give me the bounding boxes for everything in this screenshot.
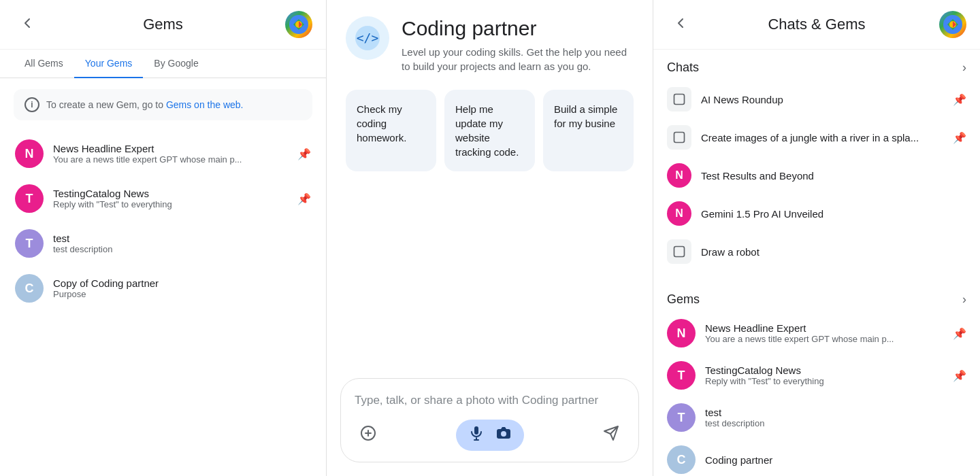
right-gem-info: News Headline Expert You are a news titl…	[705, 322, 943, 344]
suggestion-card-build[interactable]: Build a simple for my busine	[543, 90, 634, 171]
svg-rect-12	[674, 247, 685, 257]
gem-info: test test description	[53, 233, 311, 254]
gem-info: TestingCatalog News Reply with "Test" to…	[53, 188, 288, 209]
svg-rect-5	[474, 426, 478, 435]
left-header: Gems	[0, 0, 326, 50]
chat-item-ai-news[interactable]: AI News Roundup 📌	[653, 80, 980, 118]
chat-item-test-results[interactable]: N Test Results and Beyond	[653, 156, 980, 194]
mic-button[interactable]	[468, 425, 485, 445]
gem-info: Copy of Coding partner Purpose	[53, 277, 311, 299]
right-gem-name: test	[705, 407, 966, 418]
chats-section-title: Chats	[667, 61, 699, 75]
gem-item-test[interactable]: T test test description	[5, 221, 321, 266]
mic-camera-group	[456, 420, 524, 451]
right-gem-name: Coding partner	[705, 454, 966, 466]
suggestion-cards: Check my coding homework.Help me update …	[327, 84, 653, 182]
chat-item-label: AI News Roundup	[701, 94, 943, 105]
chat-item-label: Draw a robot	[701, 246, 966, 258]
coding-title: Coding partner	[402, 16, 634, 41]
right-gem-item-coding-partner[interactable]: C Coding partner	[653, 439, 980, 476]
gem-avatar: C	[15, 274, 44, 303]
right-gem-item-test[interactable]: T test test description	[653, 396, 980, 439]
gem-avatar: N	[15, 139, 44, 168]
gem-item-copy-coding[interactable]: C Copy of Coding partner Purpose	[5, 266, 321, 311]
gem-item-testingcatalog[interactable]: T TestingCatalog News Reply with "Test" …	[5, 176, 321, 221]
coding-subtitle: Level up your coding skills. Get the hel…	[402, 45, 634, 73]
info-text: To create a new Gem, go to Gems on the w…	[46, 99, 244, 110]
right-avatar[interactable]	[939, 11, 966, 38]
gem-desc: Reply with "Test" to everything	[53, 199, 288, 209]
gem-desc: You are a news title expert GPT whose ma…	[53, 154, 288, 165]
right-header: Chats & Gems	[653, 0, 980, 50]
tab-by-google[interactable]: By Google	[143, 50, 209, 78]
chat-default-icon	[667, 87, 691, 112]
chat-input-area: Type, talk, or share a photo with Coding…	[340, 378, 639, 462]
right-gem-item-news-headline[interactable]: N News Headline Expert You are a news ti…	[653, 312, 980, 354]
gem-name: TestingCatalog News	[53, 188, 288, 199]
gem-name: News Headline Expert	[53, 143, 288, 154]
right-gem-avatar: T	[667, 403, 696, 432]
right-gem-desc: Reply with "Test" to everything	[705, 376, 943, 386]
left-panel: Gems All Gems Your Gems By Google i To c…	[0, 0, 327, 476]
camera-button[interactable]	[495, 425, 512, 445]
right-panel-title: Chats & Gems	[768, 16, 865, 33]
coding-info: Coding partner Level up your coding skil…	[402, 16, 634, 73]
right-gem-desc: test description	[705, 418, 966, 428]
gems-web-link[interactable]: Gems on the web.	[166, 99, 244, 110]
suggestion-card-homework[interactable]: Check my coding homework.	[346, 90, 436, 171]
chat-item-label: Gemini 1.5 Pro AI Unveiled	[701, 208, 966, 220]
gems-section-title: Gems	[667, 292, 700, 307]
gem-info: News Headline Expert You are a news titl…	[53, 143, 288, 165]
gem-list: N News Headline Expert You are a news ti…	[0, 131, 326, 311]
chat-avatar-icon: N	[667, 201, 691, 226]
tab-your-gems[interactable]: Your Gems	[74, 50, 144, 78]
right-gem-item-testingcatalog[interactable]: T TestingCatalog News Reply with "Test" …	[653, 354, 980, 396]
gem-desc: Purpose	[53, 289, 311, 299]
chat-default-icon	[667, 125, 691, 150]
pin-icon: 📌	[297, 192, 311, 205]
coding-header: </> Coding partner Level up your coding …	[327, 0, 653, 84]
gem-avatar: T	[15, 184, 44, 213]
chat-toolbar	[355, 420, 625, 451]
chat-pin-icon: 📌	[953, 93, 966, 106]
tabs-bar: All Gems Your Gems By Google	[0, 50, 326, 78]
send-button[interactable]	[598, 421, 625, 449]
back-button[interactable]	[14, 12, 41, 37]
right-back-button[interactable]	[667, 12, 694, 37]
coding-gem-icon: </>	[346, 16, 389, 60]
svg-rect-10	[674, 95, 685, 105]
svg-text:</>: </>	[357, 31, 379, 45]
right-gem-info: Coding partner	[705, 454, 966, 466]
middle-panel: </> Coding partner Level up your coding …	[327, 0, 653, 476]
chats-section-header: Chats ›	[653, 50, 980, 80]
svg-point-7	[501, 431, 506, 437]
right-pin-icon: 📌	[953, 369, 966, 382]
pin-icon: 📌	[297, 148, 311, 160]
chat-item-jungle[interactable]: Create images of a jungle with a river i…	[653, 118, 980, 156]
right-gem-desc: You are a news title expert GPT whose ma…	[705, 334, 943, 344]
chat-item-gemini[interactable]: N Gemini 1.5 Pro AI Unveiled	[653, 194, 980, 233]
suggestion-card-website[interactable]: Help me update my website tracking code.	[444, 90, 535, 171]
svg-rect-11	[674, 133, 685, 143]
gem-name: test	[53, 233, 311, 244]
gems-chevron-icon[interactable]: ›	[962, 292, 966, 307]
tab-all-gems[interactable]: All Gems	[14, 50, 74, 78]
right-pin-icon: 📌	[953, 327, 966, 340]
chat-pin-icon: 📌	[953, 131, 966, 144]
chats-chevron-icon[interactable]: ›	[962, 61, 966, 75]
right-gem-info: test test description	[705, 407, 966, 428]
add-button[interactable]	[355, 421, 382, 449]
right-gem-name: News Headline Expert	[705, 322, 943, 334]
right-panel: Chats & Gems Chats › AI News Roundup 📌 C…	[653, 0, 980, 476]
gems-section-header: Gems ›	[653, 282, 980, 312]
right-gem-info: TestingCatalog News Reply with "Test" to…	[705, 364, 943, 386]
gems-list: N News Headline Expert You are a news ti…	[653, 312, 980, 476]
chat-avatar-icon: N	[667, 163, 691, 188]
avatar[interactable]	[285, 11, 312, 38]
chat-item-robot[interactable]: Draw a robot	[653, 233, 980, 271]
chats-list: AI News Roundup 📌 Create images of a jun…	[653, 80, 980, 271]
right-gem-avatar: T	[667, 361, 696, 390]
info-banner: i To create a new Gem, go to Gems on the…	[14, 89, 312, 120]
gem-item-news-headline[interactable]: N News Headline Expert You are a news ti…	[5, 131, 321, 176]
chat-default-icon	[667, 239, 691, 264]
